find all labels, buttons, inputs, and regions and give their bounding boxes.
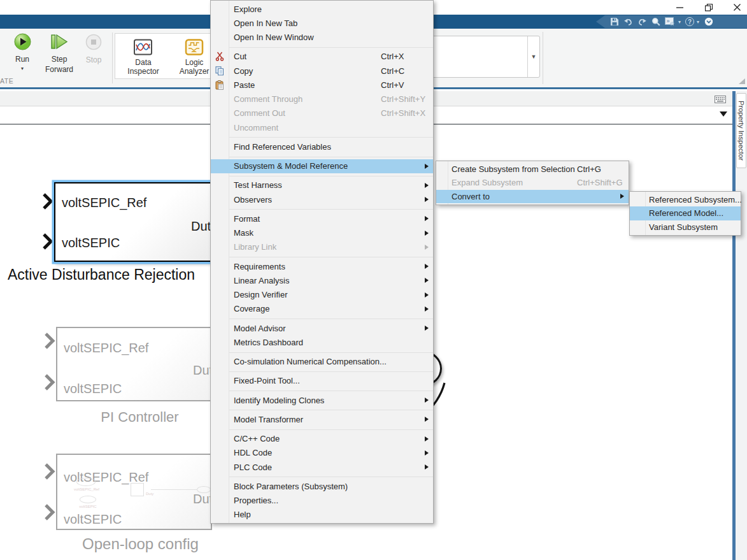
menu-item[interactable]: Co-simulation Numerical Compensation... [211, 355, 433, 369]
menu-item[interactable]: Identify Modeling Clones [211, 393, 433, 407]
menu-item-label: Expand Subsystem [452, 178, 523, 187]
input-port-icon[interactable] [43, 193, 54, 210]
close-button[interactable] [726, 0, 747, 15]
keyboard-shortcuts-icon[interactable] [715, 94, 726, 106]
input-port-icon[interactable] [45, 463, 56, 480]
menu-item[interactable]: Referenced Subsystem... [630, 193, 741, 206]
property-inspector-tab[interactable]: Property Inspector [736, 93, 746, 168]
menu-item[interactable]: Format [211, 212, 433, 226]
preview-outport-shape [197, 486, 211, 493]
menu-item-label: Identify Modeling Clones [234, 396, 324, 405]
combo-dropdown-icon[interactable]: ▼ [527, 36, 539, 77]
menu-item[interactable]: HDL Code [211, 446, 433, 460]
menu-item-label: Paste [234, 80, 255, 90]
menu-item[interactable]: Design Verifier [211, 288, 433, 302]
menu-item[interactable]: CutCtrl+X [211, 50, 433, 64]
menu-item[interactable]: Fixed-Point Tool... [211, 374, 433, 388]
subsystem-block-pi[interactable]: voltSEPIC_Ref voltSEPIC Dut [56, 327, 212, 401]
data-inspector-button[interactable]: Data Inspector [118, 39, 169, 76]
menu-item[interactable]: Variant Subsystem [630, 220, 741, 234]
menu-item[interactable]: Coverage [211, 302, 433, 316]
menu-item-label: Co-simulation Numerical Compensation... [234, 357, 387, 366]
menu-item[interactable]: Model Transformer [211, 412, 433, 426]
outport-label: Dut [191, 219, 211, 234]
menu-separator [211, 45, 433, 50]
menu-item[interactable]: Comment OutCtrl+Shift+X [211, 106, 433, 120]
menu-item[interactable]: Subsystem & Model Reference [211, 159, 433, 173]
run-dropdown-icon[interactable]: ▾ [8, 66, 37, 71]
preview-inport-shape [76, 478, 96, 486]
menu-item[interactable]: Find Referenced Variables [211, 140, 433, 154]
menu-item[interactable]: C/C++ Code [211, 432, 433, 446]
restore-button[interactable] [698, 0, 720, 15]
simulink-window: » ▾ ? ▾ Run ▾ Step For [0, 0, 747, 560]
menu-item-label: Open In New Tab [234, 18, 297, 28]
favorites-icon[interactable]: » [665, 17, 676, 27]
menu-item[interactable]: Open In New Tab [211, 16, 433, 30]
menu-separator [211, 388, 433, 393]
block-caption: PI Controller [62, 409, 217, 426]
menu-item[interactable]: Linear Analysis [211, 273, 433, 287]
subsystem-block-openloop[interactable]: voltSEPIC_Ref voltSEPIC Dut voltSEPIC_Re… [56, 454, 212, 530]
menu-item-label: Test Harness [234, 180, 282, 190]
subsystem-block-adrc[interactable]: voltSEPIC_Ref voltSEPIC Dut [54, 182, 212, 262]
menu-item[interactable]: Observers [211, 192, 433, 206]
menu-separator [211, 316, 433, 321]
menu-item[interactable]: PLC Code [211, 460, 433, 474]
search-icon[interactable] [651, 17, 660, 27]
menu-item[interactable]: Help [211, 508, 433, 522]
menu-item[interactable]: Create Subsystem from SelectionCtrl+G [436, 162, 629, 176]
menu-separator [211, 134, 433, 140]
menu-item[interactable]: Explore [211, 2, 433, 16]
menu-item[interactable]: Block Parameters (Subsystem) [211, 479, 433, 493]
stop-button[interactable]: Stop [80, 33, 107, 66]
menu-item[interactable]: Uncomment [211, 120, 433, 134]
menu-item[interactable]: Test Harness [211, 178, 433, 192]
help-icon[interactable]: ? [685, 17, 694, 27]
menu-item[interactable]: Model Advisor [211, 321, 433, 335]
menu-item[interactable]: Mask [211, 226, 433, 240]
menu-item[interactable]: Expand SubsystemCtrl+Shift+G [436, 176, 629, 189]
minimize-ribbon-icon[interactable] [704, 17, 714, 27]
favorites-dropdown-icon[interactable]: ▾ [678, 19, 681, 25]
preview-label: voltSEPIC [75, 505, 101, 508]
submenu-arrow-icon [425, 164, 429, 169]
help-glyph: ? [685, 17, 694, 26]
menu-item[interactable]: PasteCtrl+V [211, 78, 433, 92]
menu-item[interactable]: Metrics Dashboard [211, 335, 433, 349]
menu-item-label: Library Link [234, 242, 276, 252]
redo-icon[interactable] [637, 17, 647, 27]
menu-item[interactable]: Comment ThroughCtrl+Shift+Y [211, 92, 433, 106]
submenu-arrow-icon [425, 231, 429, 236]
help-dropdown-icon[interactable]: ▾ [697, 19, 699, 25]
minimize-button[interactable] [669, 0, 690, 15]
inport-label: voltSEPIC_Ref [62, 196, 146, 210]
menu-item[interactable]: Referenced Model... [630, 206, 741, 220]
property-inspector-strip: Property Inspector [736, 91, 747, 560]
menu-item-label: Design Verifier [234, 290, 288, 299]
input-port-icon[interactable] [45, 504, 56, 521]
menu-item-shortcut: Ctrl+X [381, 52, 404, 61]
restore-icon [705, 4, 713, 11]
input-port-icon[interactable] [45, 333, 56, 349]
step-forward-button[interactable]: Step Forward [39, 33, 79, 75]
preview-wire [151, 489, 197, 490]
menu-item[interactable]: Properties... [211, 494, 433, 508]
run-button[interactable]: Run ▾ [8, 33, 37, 71]
menu-item[interactable]: Library Link [211, 240, 433, 254]
input-port-icon[interactable] [45, 374, 56, 391]
breadcrumb-dropdown-icon[interactable] [720, 111, 727, 117]
submenu-arrow-icon [425, 417, 429, 422]
menu-item[interactable]: Requirements [211, 259, 433, 273]
collapse-ribbon-icon[interactable] [739, 78, 745, 84]
menu-item[interactable]: Convert to [436, 190, 629, 203]
menu-item[interactable]: CopyCtrl+C [211, 64, 433, 78]
save-icon[interactable] [610, 17, 619, 27]
submenu-arrow-icon [425, 216, 429, 221]
undo-icon[interactable] [623, 17, 633, 27]
data-inspector-icon [133, 39, 153, 56]
ribbon-combo-box[interactable]: ▼ [419, 36, 540, 78]
menu-item[interactable]: Open In New Window [211, 31, 433, 45]
inport-label: voltSEPIC [62, 236, 120, 250]
input-port-icon[interactable] [43, 233, 54, 250]
